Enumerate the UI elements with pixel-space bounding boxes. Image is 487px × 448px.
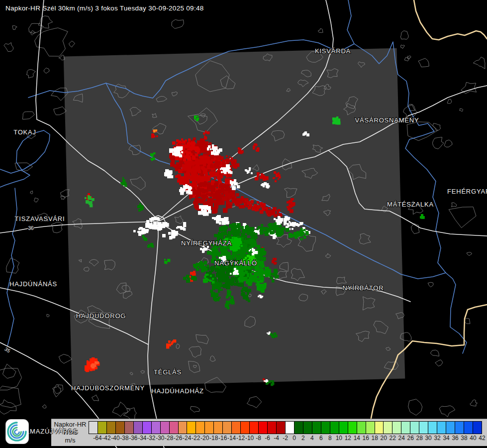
radar-coverage-square	[64, 48, 405, 387]
legend-tick: -14	[227, 435, 236, 442]
city-label: MÁTÉSZALKA	[387, 201, 434, 208]
city-label: HAJDÚHADHÁZ	[151, 387, 204, 395]
legend-swatch	[464, 422, 473, 434]
legend-swatch	[267, 422, 276, 434]
legend-tick: -40	[111, 435, 119, 442]
radar-title: Napkor-HR Szél 30km (m/s) 3 fokos Tuesda…	[5, 4, 204, 12]
legend-tick: 4	[310, 435, 314, 442]
legend-swatch	[240, 422, 249, 434]
legend-swatch	[455, 422, 464, 434]
legend-swatch	[160, 422, 169, 434]
legend-swatch	[89, 422, 97, 434]
city-label: NAGYKÁLLÓ	[214, 259, 257, 267]
legend-tick: -26	[174, 435, 182, 442]
radar-app-window: 3635 KISVÁRDAVÁSÁROSNAMÉNYTOKAJFEHÉRGYAR…	[0, 0, 487, 448]
legend-swatch	[473, 422, 482, 434]
legend-swatch	[249, 422, 258, 434]
city-label: TISZAVASVÁRI	[15, 215, 65, 223]
legend-swatch	[204, 422, 213, 434]
legend-swatch	[133, 422, 142, 434]
legend-panel: Napkor-HR Wind m/s -64-42-40-38-36-34-32…	[51, 419, 487, 446]
legend-swatch	[348, 422, 357, 434]
legend-tick: 8	[328, 435, 332, 442]
legend-swatch	[303, 422, 312, 434]
radar-software-logo	[5, 419, 29, 444]
legend-swatch	[178, 422, 187, 434]
legend-tick: -36	[129, 435, 137, 442]
legend-swatch	[375, 422, 384, 434]
legend-tick: 16	[363, 435, 369, 442]
legend-swatch	[330, 422, 339, 434]
legend-swatch	[437, 422, 446, 434]
legend-swatch	[366, 422, 375, 434]
city-label: KISVÁRDA	[315, 47, 351, 55]
legend-tick: -42	[102, 435, 110, 442]
legend-tick: -2	[283, 435, 288, 442]
legend-swatch	[97, 422, 106, 434]
legend-swatch	[357, 422, 366, 434]
legend-tick: 24	[398, 435, 405, 442]
legend-swatch	[106, 422, 115, 434]
city-label: HAJDÚNÁNÁS	[9, 280, 57, 288]
legend-swatch	[151, 422, 160, 434]
legend-tick: -28	[165, 435, 173, 442]
legend-tick: -8	[256, 435, 261, 442]
legend-swatch	[321, 422, 330, 434]
radar-map: 3635 KISVÁRDAVÁSÁROSNAMÉNYTOKAJFEHÉRGYAR…	[0, 0, 487, 448]
legend-swatch	[222, 422, 231, 434]
legend-swatch	[169, 422, 178, 434]
legend-tick: 0	[292, 435, 296, 442]
legend-tick: -24	[183, 435, 191, 442]
legend-tick: -20	[200, 435, 209, 442]
legend-tick: -30	[156, 435, 164, 442]
legend-tick: -64	[93, 435, 101, 442]
city-label: HAJDÚDOROG	[76, 312, 126, 320]
legend-tick: 28	[416, 435, 422, 442]
legend-tick: 30	[425, 435, 431, 442]
legend-tick: -12	[236, 435, 245, 442]
city-label: NYÍRBÁTOR	[343, 284, 384, 292]
legend-swatch	[195, 422, 204, 434]
legend-swatch	[294, 422, 303, 434]
legend-tick: 18	[372, 435, 378, 442]
legend-swatch	[258, 422, 267, 434]
legend-swatch	[401, 422, 410, 434]
legend-tick: -38	[120, 435, 128, 442]
road-number-label: 36	[28, 225, 34, 231]
legend-tick: 34	[443, 435, 449, 442]
legend-tick: 32	[434, 435, 440, 442]
legend-swatch	[187, 422, 195, 434]
legend-tick: 22	[390, 435, 396, 442]
city-label: FEHÉRGYARMAT	[447, 188, 487, 195]
legend-tick: 20	[381, 435, 387, 442]
legend-swatch	[142, 422, 151, 434]
legend-swatch	[419, 422, 428, 434]
legend-swatch	[446, 422, 455, 434]
legend-swatch	[276, 422, 285, 434]
legend-tick: 36	[452, 435, 458, 442]
city-label: NYÍREGYHÁZA	[181, 239, 232, 247]
city-label: VÁSÁROSNAMÉNY	[355, 116, 419, 124]
legend-swatch	[115, 422, 124, 434]
legend-swatch	[428, 422, 437, 434]
legend-swatch	[410, 422, 419, 434]
legend-tick: -32	[147, 435, 155, 442]
legend-tick: 6	[319, 435, 323, 442]
city-label: TÉGLÁS	[154, 368, 182, 376]
legend-swatch	[124, 422, 133, 434]
legend-tick-labels: -64-42-40-38-36-34-32-30-28-26-24-22-20-…	[51, 435, 487, 444]
legend-swatch	[339, 422, 348, 434]
legend-tick: -6	[265, 435, 270, 442]
legend-swatch	[285, 422, 294, 434]
legend-tick: -16	[218, 435, 227, 442]
legend-tick: -34	[138, 435, 146, 442]
legend-tick: 10	[336, 435, 342, 442]
legend-tick: 26	[407, 435, 413, 442]
legend-tick: -22	[192, 435, 200, 442]
legend-tick: 38	[461, 435, 467, 442]
legend-swatch	[231, 422, 240, 434]
legend-swatch	[392, 422, 401, 434]
legend-swatch	[383, 422, 392, 434]
legend-tick: 42	[479, 435, 485, 442]
city-label: TOKAJ	[13, 128, 36, 136]
